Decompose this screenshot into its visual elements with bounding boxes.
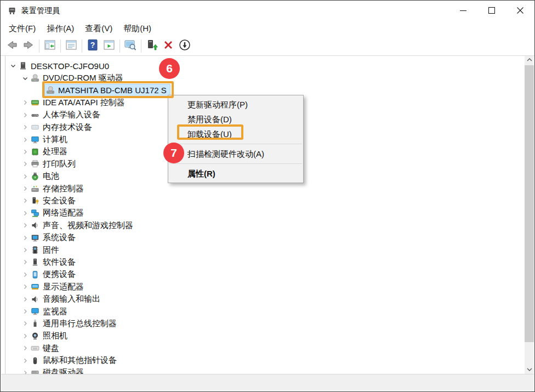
- tree-item-core[interactable]: 键盘: [30, 342, 62, 354]
- window-title: 装置管理員: [21, 6, 60, 16]
- usb-icon: [31, 319, 41, 328]
- tree-item[interactable]: 照相机: [1, 330, 525, 342]
- chevron-expanded-icon[interactable]: [21, 74, 30, 83]
- scroll-up-button[interactable]: [525, 56, 534, 65]
- tree-item-core[interactable]: DVD/CD-ROM 驱动器: [30, 72, 127, 84]
- context-menu-item[interactable]: 更新驱动程序(P): [168, 97, 303, 112]
- tree-item[interactable]: 通用串行总线控制器: [1, 317, 525, 329]
- chevron-collapsed-icon[interactable]: [21, 258, 30, 266]
- toolbar-forward-button[interactable]: [20, 38, 37, 54]
- toolbar-properties-button[interactable]: [63, 38, 79, 54]
- context-menu: 更新驱动程序(P)禁用设备(D)卸载设备(U)扫描检测硬件改动(A)属性(R): [168, 95, 304, 183]
- toolbar-update-driver-button[interactable]: [144, 38, 160, 54]
- tree-item[interactable]: 软件设备: [1, 256, 525, 268]
- toolbar-disable-device-button[interactable]: [177, 38, 193, 54]
- chevron-collapsed-icon[interactable]: [21, 319, 30, 328]
- chevron-collapsed-icon[interactable]: [21, 221, 30, 230]
- tree-item[interactable]: DESKTOP-CJFO9U0: [1, 60, 525, 72]
- tree-item-core[interactable]: IDE ATA/ATAPI 控制器: [30, 96, 128, 109]
- chevron-expanded-icon[interactable]: [9, 61, 18, 70]
- tree-item-core[interactable]: 照相机: [30, 330, 71, 342]
- tree-item-core[interactable]: 打印队列: [30, 158, 79, 170]
- chevron-collapsed-icon[interactable]: [21, 160, 30, 168]
- tree-item-core[interactable]: DESKTOP-CJFO9U0: [18, 60, 112, 72]
- menu-item-2[interactable]: 查看(V): [79, 22, 118, 35]
- tree-item-selected-core[interactable]: MATSHITA BD-CMB UJ172 S: [45, 84, 170, 96]
- tree-item[interactable]: 监视器: [1, 305, 525, 317]
- chevron-collapsed-icon[interactable]: [21, 98, 30, 107]
- chevron-collapsed-icon[interactable]: [21, 234, 30, 242]
- menu-item-1[interactable]: 操作(A): [41, 22, 79, 35]
- chevron-collapsed-icon[interactable]: [21, 123, 30, 132]
- tree-item-core[interactable]: 鼠标和其他指针设备: [30, 355, 120, 367]
- chevron-collapsed-icon[interactable]: [21, 196, 30, 205]
- context-menu-item[interactable]: 扫描检测硬件改动(A): [168, 146, 303, 161]
- tree-item-core[interactable]: 显示适配器: [30, 281, 87, 293]
- close-button[interactable]: [506, 1, 534, 21]
- context-menu-item[interactable]: 禁用设备(D): [168, 112, 303, 127]
- toolbar-scan-hardware-button[interactable]: [122, 38, 139, 54]
- tree-item[interactable]: 鼠标和其他指针设备: [1, 354, 525, 366]
- tree-item-label: 照相机: [43, 331, 67, 341]
- toolbar-help-button[interactable]: ?: [84, 38, 101, 54]
- tree-item-core[interactable]: 音频输入和输出: [30, 293, 104, 305]
- menu-item-0[interactable]: 文件(F): [3, 22, 41, 35]
- tree-item-core[interactable]: 人体学输入设备: [30, 109, 104, 121]
- chevron-collapsed-icon[interactable]: [21, 282, 30, 291]
- chevron-collapsed-icon[interactable]: [21, 111, 30, 120]
- tree-item-core[interactable]: 软件设备: [30, 256, 79, 268]
- tree-item-core[interactable]: 通用串行总线控制器: [30, 317, 120, 329]
- toolbar-action-pane-button[interactable]: [101, 38, 117, 54]
- chevron-collapsed-icon[interactable]: [21, 184, 30, 193]
- tree-item-core[interactable]: 系统设备: [30, 232, 79, 244]
- chevron-collapsed-icon[interactable]: [21, 356, 30, 365]
- tree-item-core[interactable]: 固件: [30, 244, 62, 256]
- tree-item[interactable]: 系统设备: [1, 231, 525, 243]
- chevron-collapsed-icon[interactable]: [21, 307, 30, 316]
- chevron-collapsed-icon[interactable]: [21, 344, 30, 353]
- chevron-collapsed-icon[interactable]: [21, 270, 30, 279]
- software-icon: [31, 258, 41, 266]
- tree-item[interactable]: 声音、视频和游戏控制器: [1, 219, 525, 231]
- tree-item-core[interactable]: 监视器: [30, 305, 71, 317]
- tree-item-core[interactable]: 计算机: [30, 134, 71, 146]
- chevron-collapsed-icon[interactable]: [21, 246, 30, 254]
- tree-item-core[interactable]: 内存技术设备: [30, 121, 95, 133]
- tree-item[interactable]: 键盘: [1, 342, 525, 354]
- tree-item-core[interactable]: 安全设备: [30, 195, 79, 207]
- toolbar-separator: [141, 39, 141, 53]
- menu-item-3[interactable]: 帮助(H): [118, 22, 157, 35]
- tree-item-core[interactable]: 处理器: [30, 146, 71, 158]
- minimize-button[interactable]: [449, 1, 477, 21]
- context-menu-item[interactable]: 卸载设备(U): [168, 127, 303, 141]
- tree-item-core[interactable]: 存储控制器: [30, 183, 87, 195]
- tree-item-core[interactable]: 网络适配器: [30, 207, 87, 219]
- tree-item[interactable]: 音频输入和输出: [1, 293, 525, 305]
- tree-item-core[interactable]: 便携设备: [30, 269, 79, 281]
- tree-item[interactable]: 固件: [1, 244, 525, 256]
- toolbar-uninstall-device-button[interactable]: [160, 38, 177, 54]
- tree-item[interactable]: 存储控制器: [1, 183, 525, 195]
- gamepad-icon: [31, 111, 41, 120]
- tree-item[interactable]: 显示适配器: [1, 281, 525, 293]
- disable-device-icon: [178, 38, 191, 53]
- tree-item-core[interactable]: 电池: [30, 171, 62, 183]
- chevron-collapsed-icon[interactable]: [21, 147, 30, 156]
- window-controls: [449, 1, 534, 21]
- tree-item[interactable]: 便携设备: [1, 269, 525, 281]
- maximize-button[interactable]: [477, 1, 506, 21]
- tree-item[interactable]: DVD/CD-ROM 驱动器: [1, 72, 525, 84]
- chevron-collapsed-icon[interactable]: [21, 295, 30, 304]
- toolbar-back-button[interactable]: [4, 38, 20, 54]
- tree-item[interactable]: 网络适配器: [1, 207, 525, 219]
- chevron-collapsed-icon[interactable]: [21, 209, 30, 218]
- chevron-collapsed-icon[interactable]: [21, 135, 30, 144]
- scrollbar-thumb[interactable]: [525, 65, 534, 342]
- chevron-collapsed-icon[interactable]: [21, 172, 30, 181]
- toolbar-console-tree-button[interactable]: [42, 38, 58, 54]
- tree-item[interactable]: 安全设备: [1, 195, 525, 207]
- vertical-scrollbar[interactable]: [525, 56, 534, 375]
- chevron-collapsed-icon[interactable]: [21, 332, 30, 340]
- tree-item-core[interactable]: 声音、视频和游戏控制器: [30, 219, 136, 231]
- context-menu-item[interactable]: 属性(R): [168, 166, 303, 181]
